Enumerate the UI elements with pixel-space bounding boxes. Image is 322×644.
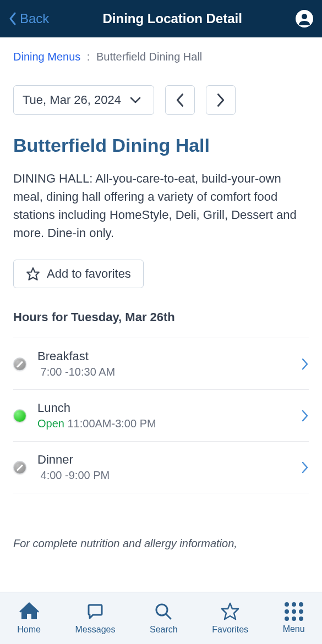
status-closed-icon [13, 461, 26, 474]
meal-name: Dinner [37, 453, 290, 467]
svg-marker-5 [222, 603, 238, 619]
search-icon [154, 602, 173, 621]
header: Back Dining Location Detail [0, 0, 322, 37]
meal-time: 7:00 -10:30 AM [37, 366, 290, 378]
back-label: Back [20, 11, 49, 26]
chevron-left-icon [175, 92, 185, 108]
menu-dots-icon [285, 602, 303, 621]
favorite-label: Add to favorites [47, 267, 131, 281]
chevron-left-icon [9, 12, 17, 25]
meal-time: Open 11:00AM-3:00 PM [37, 417, 290, 430]
meal-time: 4:00 -9:00 PM [37, 469, 290, 482]
nav-label: Messages [75, 625, 116, 635]
meal-name: Lunch [37, 401, 290, 415]
status-closed-icon [13, 357, 26, 371]
chevron-down-icon [130, 96, 141, 104]
add-favorite-button[interactable]: Add to favorites [13, 260, 144, 288]
nav-messages[interactable]: Messages [75, 602, 116, 635]
svg-line-4 [166, 614, 171, 619]
hall-title: Butterfield Dining Hall [13, 135, 309, 156]
nav-search[interactable]: Search [150, 602, 178, 635]
chevron-right-icon [301, 461, 309, 474]
next-day-button[interactable] [206, 85, 236, 115]
star-icon [26, 267, 40, 281]
date-picker[interactable]: Tue, Mar 26, 2024 [13, 85, 154, 115]
hours-list: Breakfast 7:00 -10:30 AM Lunch Open 11:0… [13, 338, 309, 493]
breadcrumb-link[interactable]: Dining Menus [13, 51, 80, 63]
hours-item-lunch[interactable]: Lunch Open 11:00AM-3:00 PM [13, 390, 309, 442]
back-button[interactable]: Back [9, 11, 49, 26]
hours-item-breakfast[interactable]: Breakfast 7:00 -10:30 AM [13, 338, 309, 390]
nav-favorites[interactable]: Favorites [212, 602, 248, 635]
hours-info: Dinner 4:00 -9:00 PM [37, 453, 290, 482]
meal-name: Breakfast [37, 349, 290, 364]
bottom-nav: Home Messages Search Favorites Menu [0, 592, 322, 644]
star-icon [220, 602, 240, 621]
chevron-right-icon [301, 357, 309, 371]
breadcrumb: Dining Menus : Butterfield Dining Hall [13, 51, 309, 63]
hours-item-dinner[interactable]: Dinner 4:00 -9:00 PM [13, 442, 309, 493]
avatar-icon[interactable] [296, 10, 313, 27]
nav-home[interactable]: Home [17, 602, 41, 635]
date-navigation: Tue, Mar 26, 2024 [13, 85, 309, 115]
home-icon [19, 602, 39, 621]
nav-label: Home [17, 625, 41, 635]
nav-menu[interactable]: Menu [283, 602, 305, 634]
nav-label: Search [150, 625, 178, 635]
status-open-icon [13, 409, 26, 422]
nav-label: Menu [283, 624, 305, 634]
page-title: Dining Location Detail [49, 11, 296, 26]
svg-marker-2 [27, 268, 39, 280]
date-value: Tue, Mar 26, 2024 [23, 93, 121, 107]
chevron-right-icon [301, 409, 309, 422]
hall-description: DINING HALL: All-you-care-to-eat, build-… [13, 169, 309, 242]
chevron-right-icon [216, 92, 226, 108]
breadcrumb-separator: : [87, 51, 90, 63]
footer-note: For complete nutrition and allergy infor… [13, 537, 309, 550]
nav-label: Favorites [212, 625, 248, 635]
breadcrumb-current: Butterfield Dining Hall [96, 51, 202, 63]
hours-title: Hours for Tuesday, Mar 26th [13, 310, 309, 324]
prev-day-button[interactable] [165, 85, 195, 115]
hours-info: Breakfast 7:00 -10:30 AM [37, 349, 290, 378]
hours-info: Lunch Open 11:00AM-3:00 PM [37, 401, 290, 430]
svg-point-1 [302, 14, 307, 19]
message-icon [85, 602, 105, 621]
